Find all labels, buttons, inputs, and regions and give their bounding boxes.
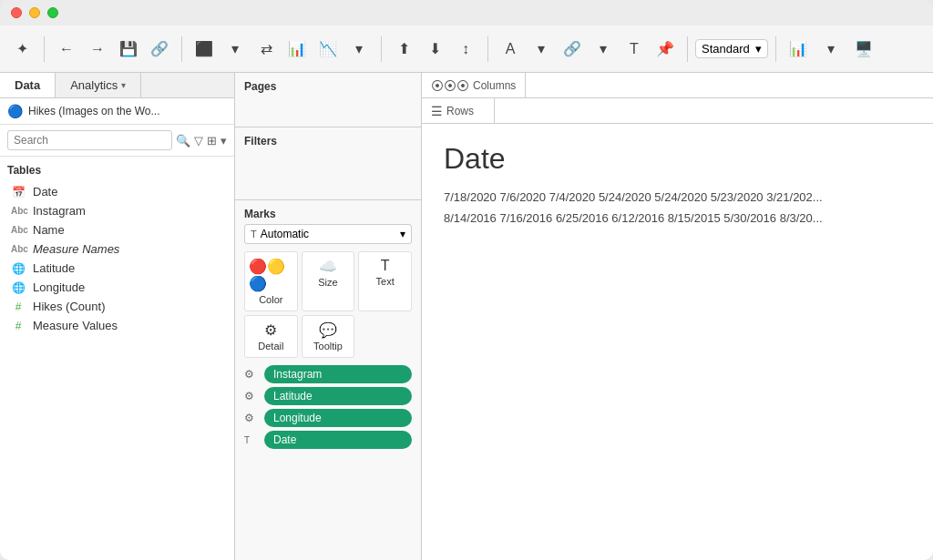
view-dropdown-icon[interactable]: ▾	[220, 134, 227, 148]
date-row-1: 7/18/2020 7/6/2020 7/4/2020 5/24/2020 5/…	[444, 187, 911, 208]
columns-icon: ⦿⦿⦿	[431, 78, 469, 93]
save-button[interactable]: 💾	[114, 35, 143, 64]
detail-icon: ⚙	[264, 321, 277, 339]
app-logo: ✦	[7, 35, 36, 64]
item-label-instagram: Instagram	[33, 204, 86, 218]
rows-shelf: ☰ Rows	[422, 98, 933, 124]
date-icon: 📅	[11, 186, 26, 199]
rows-label: ☰ Rows	[422, 98, 495, 123]
swap-button[interactable]: ⇄	[251, 35, 281, 64]
chart-dropdown-2[interactable]: ▾	[344, 35, 374, 64]
list-item-hikes-count[interactable]: # Hikes (Count)	[7, 297, 227, 316]
list-item-longitude[interactable]: 🌐 Longitude	[7, 278, 227, 297]
link-button[interactable]: 🔗	[558, 35, 587, 64]
dropdown-link[interactable]: ▾	[589, 35, 618, 64]
data-source-icon: 🔵	[7, 104, 23, 118]
maximize-button[interactable]	[47, 7, 58, 18]
marks-pill-date[interactable]: Date	[264, 431, 412, 449]
view-area: Date 7/18/2020 7/6/2020 7/4/2020 5/24/20…	[422, 124, 933, 560]
search-bar: 🔍 ▽ ⊞ ▾	[0, 125, 234, 157]
detail-button[interactable]: ⚙ Detail	[244, 315, 298, 358]
sort-desc-button[interactable]: ⬇	[420, 35, 449, 64]
detail-label: Detail	[258, 341, 283, 351]
marks-section: Marks T Automatic ▾ 🔴🟡🔵 Color ☁️ Size T …	[235, 200, 421, 560]
marks-field-longitude: ⚙ Longitude	[244, 409, 412, 427]
standard-dropdown-arrow: ▾	[755, 42, 762, 56]
text-label: Text	[376, 276, 395, 287]
filters-section: Filters	[235, 127, 421, 200]
chart-type-2-button[interactable]: 📊	[282, 35, 312, 64]
marks-dropdown-arrow: ▾	[400, 228, 405, 240]
marks-pill-longitude[interactable]: Longitude	[264, 409, 412, 427]
list-item-measure-names[interactable]: Abc Measure Names	[7, 239, 227, 259]
chart-dropdown-arrow[interactable]: ▾	[220, 35, 250, 64]
dropdown-style[interactable]: ▾	[527, 35, 556, 64]
view-title: Date	[444, 142, 911, 176]
rows-text: Rows	[446, 105, 474, 117]
left-panel: Data Analytics ▾ 🔵 Hikes (Images on the …	[0, 73, 235, 560]
list-item-measure-values[interactable]: # Measure Values	[7, 316, 227, 335]
canvas-panel: ⦿⦿⦿ Columns ☰ Rows Date 7/18/2020 7/6/20…	[422, 73, 933, 560]
add-datasource-button[interactable]: 🔗	[145, 35, 174, 64]
toolbar-sep-5	[687, 36, 688, 62]
color-button[interactable]: 🔴🟡🔵 Color	[244, 251, 298, 311]
back-button[interactable]: ←	[52, 35, 81, 64]
marks-type-dropdown[interactable]: T Automatic ▾	[244, 224, 412, 244]
forward-button[interactable]: →	[83, 35, 112, 64]
color-label: Color	[259, 294, 282, 305]
tooltip-label: Tooltip	[313, 341, 343, 351]
view-toggle-icon[interactable]: ⊞	[207, 134, 217, 148]
marks-field-icon-3: ⚙	[244, 412, 261, 424]
sort-both-button[interactable]: ↕	[451, 35, 480, 64]
search-icon[interactable]: 🔍	[176, 134, 190, 148]
text-color-button[interactable]: A	[496, 35, 525, 64]
marks-buttons-grid: 🔴🟡🔵 Color ☁️ Size T Text ⚙ Detail 💬	[244, 251, 412, 358]
list-item-date[interactable]: 📅 Date	[7, 182, 227, 201]
toolbar: ✦ ← → 💾 🔗 ⬛ ▾ ⇄ 📊 📉 ▾ ⬆ ⬇ ↕ A ▾ 🔗 ▾ T 📌 …	[0, 25, 933, 73]
marks-pill-latitude[interactable]: Latitude	[264, 387, 412, 405]
item-label-latitude: Latitude	[33, 261, 75, 275]
format-group: ⬆ ⬇ ↕	[389, 35, 480, 64]
list-item-name[interactable]: Abc Name	[7, 220, 227, 239]
marks-fields: ⚙ Instagram ⚙ Latitude ⚙ Longitude T Dat…	[244, 365, 412, 449]
dates-row1: 7/18/2020 7/6/2020 7/4/2020 5/24/2020 5/…	[444, 187, 823, 208]
tables-section: Tables 📅 Date Abc Instagram Abc Name Abc…	[0, 157, 234, 560]
hash-icon-values: #	[11, 320, 26, 332]
search-input[interactable]	[7, 130, 172, 150]
toolbar-sep-2	[181, 36, 182, 62]
analytics-label: Analytics	[70, 78, 118, 92]
item-label-longitude: Longitude	[33, 280, 85, 294]
pin-button[interactable]: 📌	[651, 35, 680, 64]
style-group: A ▾ 🔗 ▾ T 📌	[496, 35, 680, 64]
sort-asc-button[interactable]: ⬆	[389, 35, 418, 64]
abc-icon-instagram: Abc	[11, 206, 26, 216]
tooltip-button[interactable]: 💬 Tooltip	[302, 315, 355, 358]
dropdown-showme[interactable]: ▾	[816, 35, 846, 64]
show-me-button[interactable]: 📊	[784, 35, 813, 64]
marks-field-icon-1: ⚙	[244, 368, 261, 381]
marks-type-icon: T	[251, 229, 257, 239]
date-list: 7/18/2020 7/6/2020 7/4/2020 5/24/2020 5/…	[444, 187, 911, 229]
tab-data[interactable]: Data	[0, 73, 56, 97]
text-button[interactable]: T Text	[358, 251, 412, 311]
list-item-latitude[interactable]: 🌐 Latitude	[7, 259, 227, 278]
present-button[interactable]: 🖥️	[849, 35, 878, 64]
columns-label: ⦿⦿⦿ Columns	[422, 73, 526, 97]
minimize-button[interactable]	[29, 7, 40, 18]
size-button[interactable]: ☁️ Size	[302, 251, 355, 311]
text-format-button[interactable]: T	[620, 35, 649, 64]
panel-tabs: Data Analytics ▾	[0, 73, 234, 98]
item-label-hikes: Hikes (Count)	[33, 300, 105, 313]
bar-chart-button[interactable]: ⬛	[190, 35, 219, 64]
chart-type-3-button[interactable]: 📉	[313, 35, 343, 64]
size-label: Size	[318, 277, 337, 288]
close-button[interactable]	[11, 7, 22, 18]
tab-analytics[interactable]: Analytics ▾	[56, 73, 141, 97]
filter-icon[interactable]: ▽	[194, 134, 203, 148]
standard-dropdown[interactable]: Standard ▾	[695, 39, 768, 58]
marks-pill-instagram[interactable]: Instagram	[264, 365, 412, 383]
item-label-measure-values: Measure Values	[33, 319, 118, 332]
list-item-instagram[interactable]: Abc Instagram	[7, 201, 227, 220]
columns-shelf: ⦿⦿⦿ Columns	[422, 73, 933, 98]
data-source-row[interactable]: 🔵 Hikes (Images on the Wo...	[0, 98, 234, 125]
